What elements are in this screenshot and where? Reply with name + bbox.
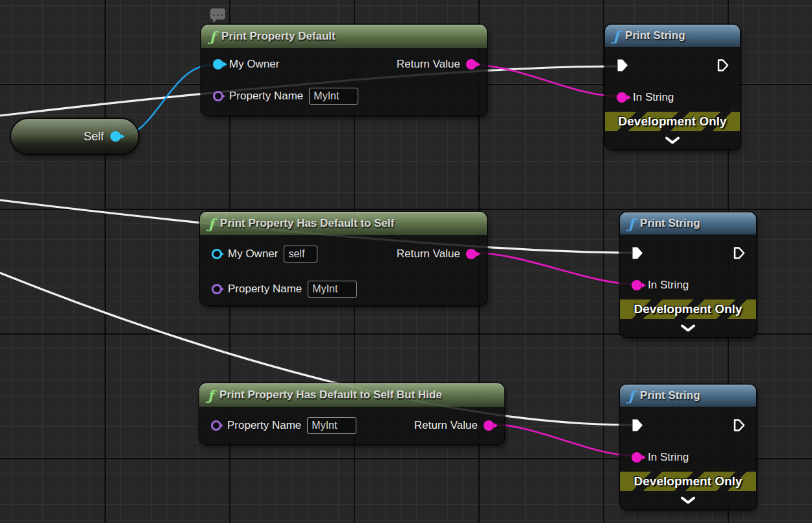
property-name-input-pin[interactable] (212, 284, 222, 294)
node-title: Print String (640, 389, 700, 402)
comment-bubble-icon[interactable] (210, 8, 225, 19)
node-print-property-has-default-to-self[interactable]: ƒ Print Property Has Default to Self My … (200, 212, 487, 305)
node-print-property-default[interactable]: ƒ Print Property Default My Owner Return… (201, 25, 487, 116)
property-name-pin-label: Property Name (227, 419, 301, 432)
self-node-label: Self (84, 130, 104, 144)
my-owner-input-pin[interactable] (212, 249, 222, 259)
in-string-pin-label: In String (648, 279, 689, 292)
node-header[interactable]: ƒ Print Property Default (201, 25, 487, 48)
node-print-property-has-default-to-self-but-hide[interactable]: ƒ Print Property Has Default to Self But… (199, 383, 504, 444)
development-only-banner: Development Only (620, 472, 756, 491)
in-string-input-pin[interactable] (632, 452, 642, 463)
chevron-down-icon[interactable] (680, 324, 696, 332)
my-owner-pin-label: My Owner (229, 58, 279, 71)
exec-in-pin[interactable] (632, 418, 644, 432)
node-print-string-2[interactable]: ƒ Print String In String Development Onl… (620, 212, 756, 337)
node-header[interactable]: ƒ Print String (605, 25, 740, 47)
node-header[interactable]: ƒ Print Property Has Default to Self But… (199, 383, 504, 407)
return-value-pin-label: Return Value (414, 419, 478, 432)
exec-in-pin[interactable] (617, 58, 629, 72)
in-string-pin-label: In String (648, 451, 689, 464)
development-only-banner: Development Only (605, 112, 740, 131)
my-owner-input-pin[interactable] (213, 59, 223, 70)
self-output-pin[interactable] (110, 131, 121, 142)
return-value-pin-label: Return Value (397, 248, 460, 261)
return-value-output-pin[interactable] (466, 249, 476, 259)
my-owner-pin-label: My Owner (228, 248, 278, 261)
in-string-input-pin[interactable] (617, 92, 627, 103)
string-wire-3[interactable] (491, 424, 633, 455)
function-icon: ƒ (628, 217, 634, 231)
development-only-label: Development Only (619, 114, 727, 129)
property-name-input-pin[interactable] (211, 420, 221, 431)
return-value-pin-label: Return Value (397, 58, 460, 71)
function-icon: ƒ (210, 30, 215, 44)
node-header[interactable]: ƒ Print Property Has Default to Self (200, 212, 487, 235)
property-name-input-pin[interactable] (213, 91, 223, 101)
node-title: Print String (625, 29, 685, 42)
chevron-down-icon[interactable] (680, 496, 696, 504)
exec-out-pin[interactable] (733, 246, 746, 260)
exec-out-pin[interactable] (733, 418, 746, 432)
property-name-field[interactable] (309, 88, 358, 105)
development-only-label: Development Only (634, 302, 743, 316)
node-print-string-3[interactable]: ƒ Print String In String Development Onl… (620, 385, 756, 509)
blueprint-graph-canvas[interactable]: Self ƒ Print Property Default My Owner R… (0, 0, 812, 523)
string-wire-2[interactable] (474, 253, 633, 284)
property-name-pin-label: Property Name (229, 90, 303, 103)
my-owner-field[interactable] (284, 246, 317, 262)
node-title: Print Property Default (221, 30, 336, 43)
function-icon: ƒ (628, 389, 634, 403)
node-title: Print Property Has Default to Self (220, 217, 394, 230)
development-only-label: Development Only (634, 474, 743, 489)
property-name-pin-label: Property Name (228, 283, 302, 296)
exec-in-pin[interactable] (632, 246, 644, 260)
in-string-pin-label: In String (633, 91, 674, 104)
function-icon: ƒ (613, 29, 619, 43)
node-title: Print Property Has Default to Self But H… (219, 389, 442, 402)
exec-out-pin[interactable] (717, 58, 730, 72)
return-value-output-pin[interactable] (484, 420, 494, 431)
node-print-string-1[interactable]: ƒ Print String In String Development Onl… (605, 25, 740, 149)
node-header[interactable]: ƒ Print String (620, 212, 756, 235)
function-icon: ƒ (208, 217, 214, 231)
property-name-field[interactable] (307, 417, 356, 434)
development-only-banner: Development Only (620, 300, 756, 319)
property-name-field[interactable] (308, 281, 357, 298)
in-string-input-pin[interactable] (632, 280, 642, 290)
chevron-down-icon[interactable] (665, 136, 680, 144)
return-value-output-pin[interactable] (466, 59, 476, 70)
node-self-variable[interactable]: Self (11, 119, 138, 154)
function-icon: ƒ (208, 389, 214, 402)
node-header[interactable]: ƒ Print String (620, 385, 756, 407)
node-title: Print String (640, 217, 700, 230)
